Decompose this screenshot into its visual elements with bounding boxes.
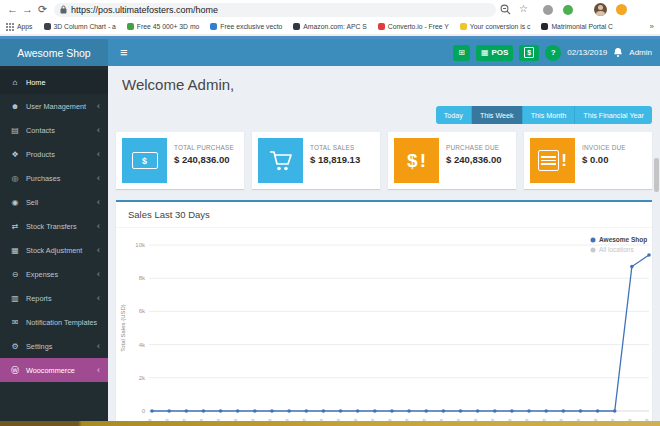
bookmark-label: Free exclusive vecto: [220, 23, 282, 30]
sidebar-item-home[interactable]: ⌂Home: [0, 70, 108, 94]
svg-text:4k: 4k: [139, 342, 146, 348]
sidebar-item-stock-transfers[interactable]: ⇄Stock Transfers‹: [0, 214, 108, 238]
filter-this-month-button[interactable]: This Month: [523, 106, 576, 124]
sidebar-item-reports[interactable]: ▥Reports‹: [0, 286, 108, 310]
zoom-icon[interactable]: [500, 4, 511, 15]
chevron-left-icon: ‹: [97, 173, 100, 183]
sidebar-item-label: Expenses: [26, 270, 58, 279]
adjustment-icon: ▦: [9, 246, 21, 255]
money-bills-icon: $: [122, 138, 167, 183]
minus-circle-icon: ⊖: [9, 270, 21, 279]
profile-avatar[interactable]: [594, 3, 607, 16]
sidebar-item-label: Notification Templates: [26, 318, 97, 327]
card-value: $ 18,819.13: [310, 154, 360, 165]
sidebar-item-products[interactable]: ❖Products‹: [0, 142, 108, 166]
sidebar-item-woocommerce[interactable]: ⓌWoocommerce‹: [0, 358, 108, 382]
bookmark-favicon: [541, 23, 548, 30]
address-bar[interactable]: https://pos.ultimatefosters.com/home: [54, 3, 496, 17]
chevron-left-icon: ‹: [97, 245, 100, 255]
sidebar-item-stock-adjustment[interactable]: ▦Stock Adjustment‹: [0, 238, 108, 262]
filter-this-week-button[interactable]: This Week: [472, 106, 523, 124]
bookmark-favicon: [210, 23, 217, 30]
bookmark-label: Your conversion is c: [470, 23, 531, 30]
bookmark-star-icon[interactable]: ☆: [519, 3, 528, 14]
bookmark-item[interactable]: Free 45 000+ 3D mo: [127, 23, 200, 30]
sidebar-item-user-management[interactable]: ☻User Management‹: [0, 94, 108, 118]
sidebar-item-notification-templates[interactable]: ✉Notification Templates: [0, 310, 108, 334]
help-button[interactable]: ?: [545, 45, 561, 61]
bookmark-item[interactable]: Your conversion is c: [460, 23, 531, 30]
card-value: $ 240,836.00: [446, 154, 501, 165]
notifications-bell-icon[interactable]: [613, 47, 623, 58]
taskbar-edge: [0, 421, 660, 426]
svg-text:Total Sales (USD): Total Sales (USD): [120, 304, 126, 352]
svg-text:10k: 10k: [135, 242, 146, 248]
reload-icon[interactable]: ⟳: [38, 2, 47, 17]
sidebar-item-label: Home: [26, 78, 45, 87]
chevron-left-icon: ‹: [97, 125, 100, 135]
chevron-left-icon: ‹: [97, 341, 100, 351]
sidebar-item-sell[interactable]: ◉Sell‹: [0, 190, 108, 214]
truck-icon: ⇄: [9, 222, 21, 231]
shopping-cart-icon: [258, 138, 303, 183]
bar-chart-icon: ▥: [9, 294, 21, 303]
total-purchase-card: $ TOTAL PURCHASE $ 240,836.00: [116, 132, 244, 189]
dollar-alert-icon: $!: [394, 138, 439, 183]
extension-icon[interactable]: [563, 5, 573, 15]
extension-icon[interactable]: [543, 5, 553, 15]
wordpress-icon: Ⓦ: [9, 365, 21, 376]
total-sales-card: TOTAL SALES $ 18,819.13: [252, 132, 380, 189]
sidebar-item-label: Stock Transfers: [26, 222, 77, 231]
filter-this-financial-year-button[interactable]: This Financial Year: [575, 106, 652, 124]
bookmark-label: Free 45 000+ 3D mo: [137, 23, 200, 30]
bookmark-label: Amazon.com: APC S: [303, 23, 366, 30]
purchase-icon: ◎: [9, 174, 21, 183]
bookmark-item[interactable]: Converto.io - Free Y: [378, 23, 449, 30]
bookmark-favicon: [460, 23, 467, 30]
filter-today-button[interactable]: Today: [436, 106, 472, 124]
forward-icon[interactable]: →: [22, 2, 33, 17]
help-icon: ?: [551, 48, 556, 57]
current-date: 02/13/2019: [567, 48, 607, 57]
envelope-icon: ✉: [9, 318, 21, 327]
sales-chart-panel: Sales Last 30 Days 02k4k6k8k10kTotal Sal…: [116, 200, 652, 426]
svg-text:Awesome Shop: Awesome Shop: [599, 236, 647, 244]
sidebar-item-purchases[interactable]: ◎Purchases‹: [0, 166, 108, 190]
bookmark-item[interactable]: 3D Column Chart - a: [44, 23, 116, 30]
user-menu[interactable]: Admin: [629, 48, 652, 57]
card-value: $ 0.00: [582, 154, 608, 165]
bookmarks-overflow-icon[interactable]: »: [650, 22, 654, 31]
card-value: $ 240,836.00: [174, 154, 229, 165]
lock-icon: [60, 5, 67, 14]
cash-register-button[interactable]: $: [519, 45, 539, 61]
bookmark-item[interactable]: Free exclusive vecto: [210, 23, 282, 30]
gear-icon: ⚙: [9, 342, 21, 351]
calculator-icon: ⊞: [458, 48, 465, 57]
sidebar-item-label: Products: [26, 150, 55, 159]
hamburger-menu-icon[interactable]: ≡: [114, 39, 134, 66]
sales-line-chart[interactable]: 02k4k6k8k10kTotal Sales (USD)01/15/20190…: [116, 228, 652, 423]
invoice-due-card: ! INVOICE DUE $ 0.00: [524, 132, 652, 189]
sidebar-item-expenses[interactable]: ⊖Expenses‹: [0, 262, 108, 286]
bookmark-favicon: [127, 23, 134, 30]
brand-logo[interactable]: Awesome Shop: [0, 39, 108, 66]
profile-badge-icon[interactable]: [616, 4, 627, 15]
bookmark-favicon: [293, 23, 300, 30]
card-label: TOTAL PURCHASE: [174, 144, 234, 151]
scrollbar-thumb[interactable]: [654, 158, 659, 192]
users-icon: ☻: [9, 102, 21, 111]
bookmark-item[interactable]: Matrimonial Portal C: [541, 23, 613, 30]
back-icon[interactable]: ←: [7, 2, 18, 17]
bookmark-item[interactable]: Amazon.com: APC S: [293, 23, 366, 30]
bookmark-favicon: [44, 23, 51, 30]
date-filter-group: Today This Week This Month This Financia…: [436, 106, 652, 124]
apps-shortcut[interactable]: Apps: [6, 23, 33, 31]
purchase-due-card: $! PURCHASE DUE $ 240,836.00: [388, 132, 516, 189]
sidebar-item-settings[interactable]: ⚙Settings‹: [0, 334, 108, 358]
card-label: PURCHASE DUE: [446, 144, 499, 151]
calculator-button[interactable]: ⊞: [453, 45, 470, 61]
chevron-left-icon: ‹: [97, 365, 100, 375]
home-icon: ⌂: [9, 78, 21, 87]
sidebar-item-contacts[interactable]: ▤Contacts‹: [0, 118, 108, 142]
pos-button[interactable]: ▦POS: [476, 45, 513, 61]
